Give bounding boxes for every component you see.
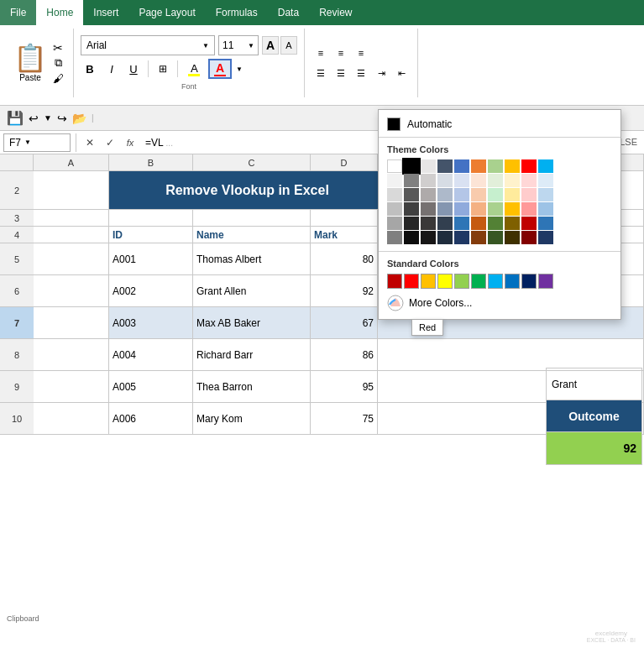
automatic-color-option[interactable]: Automatic bbox=[379, 115, 620, 133]
cell-name-10[interactable]: Mary Kom bbox=[193, 403, 311, 434]
cell-name-5[interactable]: Thomas Albert bbox=[193, 243, 311, 274]
cell-name-header[interactable]: Name bbox=[193, 227, 311, 243]
indent-button[interactable]: ⇥ bbox=[372, 65, 390, 81]
align-center-button[interactable]: ☰ bbox=[332, 65, 350, 81]
tc-r3-2[interactable] bbox=[421, 202, 436, 216]
tc-r4-5[interactable] bbox=[471, 217, 486, 230]
cell-name-7[interactable]: Max AB Baker bbox=[193, 307, 311, 338]
tc-r1-6[interactable] bbox=[488, 174, 503, 187]
outdent-button[interactable]: ⇤ bbox=[392, 65, 411, 81]
sc-dark-blue[interactable] bbox=[521, 274, 537, 289]
theme-color-green-light[interactable] bbox=[488, 159, 503, 173]
theme-color-slate[interactable] bbox=[437, 159, 453, 173]
tc-r2-1[interactable] bbox=[404, 188, 419, 201]
cell-marks-10[interactable]: 75 bbox=[311, 403, 378, 434]
menu-file[interactable]: File bbox=[0, 0, 36, 25]
cell-marks-9[interactable]: 95 bbox=[311, 371, 378, 402]
more-colors-option[interactable]: More Colors... bbox=[379, 292, 620, 314]
row-num-10[interactable]: 10 bbox=[0, 403, 34, 435]
sc-yellow[interactable] bbox=[437, 274, 453, 289]
cell-c3[interactable] bbox=[193, 210, 311, 226]
row-num-8[interactable]: 8 bbox=[0, 339, 34, 371]
tc-r1-8[interactable] bbox=[521, 174, 537, 187]
tc-r2-8[interactable] bbox=[521, 188, 537, 201]
cell-marks-6[interactable]: 92 bbox=[311, 275, 378, 306]
tc-r4-1[interactable] bbox=[404, 217, 419, 230]
cell-a7[interactable] bbox=[34, 307, 109, 338]
tc-r5-9[interactable] bbox=[538, 231, 553, 244]
tc-r4-7[interactable] bbox=[505, 217, 520, 230]
menu-home[interactable]: Home bbox=[36, 0, 83, 25]
theme-color-red[interactable] bbox=[521, 159, 537, 173]
tc-r5-2[interactable] bbox=[421, 231, 436, 244]
tc-r5-8[interactable] bbox=[521, 231, 537, 244]
sc-light-green[interactable] bbox=[454, 274, 469, 289]
cell-name-9[interactable]: Thea Barron bbox=[193, 371, 311, 402]
theme-color-cyan[interactable] bbox=[538, 159, 553, 173]
row-num-7[interactable]: 7 bbox=[0, 307, 34, 339]
tc-r2-7[interactable] bbox=[505, 188, 520, 201]
confirm-formula-button[interactable]: ✓ bbox=[102, 134, 118, 151]
align-top-button[interactable]: ≡ bbox=[312, 44, 330, 61]
tc-r4-2[interactable] bbox=[421, 217, 436, 230]
sc-green[interactable] bbox=[471, 274, 486, 289]
paste-button[interactable]: 📋 Paste bbox=[13, 44, 47, 82]
tc-r2-2[interactable] bbox=[421, 188, 436, 201]
tc-r5-5[interactable] bbox=[471, 231, 486, 244]
tc-r5-0[interactable] bbox=[387, 231, 402, 244]
menu-page-layout[interactable]: Page Layout bbox=[128, 0, 205, 25]
cell-a3[interactable] bbox=[34, 210, 109, 226]
row-num-2[interactable]: 2 bbox=[0, 171, 34, 210]
sc-orange[interactable] bbox=[421, 274, 436, 289]
sc-light-blue[interactable] bbox=[488, 274, 503, 289]
tc-r3-4[interactable] bbox=[454, 202, 469, 216]
cell-a10[interactable] bbox=[34, 403, 109, 434]
theme-color-yellow[interactable] bbox=[505, 159, 520, 173]
save-button[interactable]: 💾 bbox=[7, 110, 24, 126]
bold-button[interactable]: B bbox=[81, 60, 99, 78]
tc-r3-1[interactable] bbox=[404, 202, 419, 216]
cell-d3[interactable] bbox=[311, 210, 378, 226]
theme-color-white[interactable] bbox=[387, 159, 402, 173]
cell-id-10[interactable]: A006 bbox=[109, 403, 193, 434]
cell-a6[interactable] bbox=[34, 275, 109, 306]
cell-id-header[interactable]: ID bbox=[109, 227, 193, 243]
tc-r2-5[interactable] bbox=[471, 188, 486, 201]
menu-insert[interactable]: Insert bbox=[83, 0, 128, 25]
italic-button[interactable]: I bbox=[102, 60, 121, 78]
tc-r2-9[interactable] bbox=[538, 188, 553, 201]
tc-r2-0[interactable] bbox=[387, 188, 402, 201]
theme-color-light-gray[interactable] bbox=[421, 159, 436, 173]
tc-r3-0[interactable] bbox=[387, 202, 402, 216]
cell-rest8[interactable] bbox=[378, 339, 644, 370]
tc-r4-4[interactable] bbox=[454, 217, 469, 230]
decrease-font-button[interactable]: A bbox=[280, 36, 297, 55]
align-bottom-button[interactable]: ≡ bbox=[352, 44, 370, 61]
tc-r3-5[interactable] bbox=[471, 202, 486, 216]
tc-r5-4[interactable] bbox=[454, 231, 469, 244]
tc-r3-7[interactable] bbox=[505, 202, 520, 216]
tc-r5-7[interactable] bbox=[505, 231, 520, 244]
align-left-button[interactable]: ☰ bbox=[312, 65, 330, 81]
row-num-5[interactable]: 5 bbox=[0, 243, 34, 275]
tc-r1-5[interactable] bbox=[471, 174, 486, 187]
tc-r4-0[interactable] bbox=[387, 217, 402, 230]
cell-title[interactable]: Remove Vlookup in Excel bbox=[109, 171, 386, 209]
cell-b3[interactable] bbox=[109, 210, 193, 226]
tc-r4-9[interactable] bbox=[538, 217, 553, 230]
tc-r2-6[interactable] bbox=[488, 188, 503, 201]
theme-color-black[interactable] bbox=[404, 159, 419, 173]
highlight-color-button[interactable]: A̲ bbox=[183, 60, 205, 78]
tc-r1-4[interactable] bbox=[454, 174, 469, 187]
tc-r5-3[interactable] bbox=[437, 231, 453, 244]
cell-reference-box[interactable]: F7 ▼ bbox=[3, 133, 71, 152]
sc-dark-red[interactable] bbox=[387, 274, 402, 289]
row-num-3[interactable]: 3 bbox=[0, 210, 34, 227]
tc-r4-8[interactable] bbox=[521, 217, 537, 230]
col-header-a[interactable]: A bbox=[34, 154, 109, 170]
borders-button[interactable]: ⊞ bbox=[154, 60, 172, 78]
redo-button[interactable]: ↪ bbox=[57, 112, 67, 125]
row-num-4[interactable]: 4 bbox=[0, 227, 34, 243]
cell-id-7[interactable]: A003 bbox=[109, 307, 193, 338]
tc-r3-3[interactable] bbox=[437, 202, 453, 216]
